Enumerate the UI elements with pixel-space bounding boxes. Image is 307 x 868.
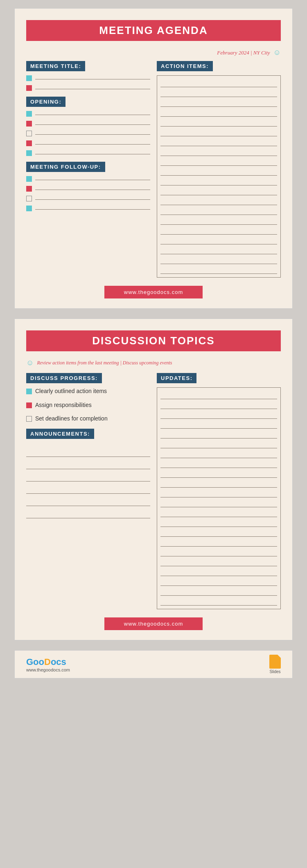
discuss-items-list: Clearly outlined action items Assign res… bbox=[26, 387, 150, 423]
discuss-two-col: DISCUSS PROGRESS: Clearly outlined actio… bbox=[26, 373, 281, 609]
line-item bbox=[35, 209, 150, 210]
line-row bbox=[160, 577, 277, 586]
line-row bbox=[160, 226, 277, 235]
logo-goo: Goo bbox=[26, 657, 44, 667]
announce-line bbox=[26, 495, 150, 506]
line-row bbox=[160, 390, 277, 399]
line-row bbox=[160, 508, 277, 517]
logo-ocs: ocs bbox=[51, 657, 66, 667]
list-item bbox=[26, 121, 150, 127]
line-row bbox=[160, 157, 277, 166]
item-text: Clearly outlined action items bbox=[35, 387, 107, 396]
page1-title: MEETING AGENDA bbox=[26, 20, 281, 41]
checkbox-teal[interactable] bbox=[26, 75, 32, 81]
list-item bbox=[26, 140, 150, 146]
checkbox-red[interactable] bbox=[26, 402, 32, 408]
opening-list bbox=[26, 111, 150, 156]
line-row bbox=[160, 78, 277, 87]
meeting-title-list bbox=[26, 75, 150, 91]
line-row bbox=[160, 216, 277, 225]
checkbox-red[interactable] bbox=[26, 85, 32, 91]
checkbox-teal[interactable] bbox=[26, 150, 32, 156]
line-item bbox=[35, 154, 150, 154]
line-row bbox=[160, 265, 277, 274]
checkbox-red[interactable] bbox=[26, 140, 32, 146]
meeting-agenda-page: MEETING AGENDA February 2024 | NY City ☺… bbox=[14, 8, 293, 309]
list-item: Assign responsibilities bbox=[26, 401, 150, 409]
line-item bbox=[35, 180, 150, 180]
line-row bbox=[160, 235, 277, 244]
announce-area bbox=[26, 446, 150, 518]
meta-subtitle: Review action items from the last meetin… bbox=[37, 360, 172, 366]
line-row bbox=[160, 108, 277, 117]
announce-line bbox=[26, 508, 150, 518]
brand-info: GooDocs www.thegoodocs.com bbox=[26, 657, 70, 672]
discuss-header: DISCUSS PROGRESS: bbox=[26, 373, 102, 383]
discuss-right-col: UPDATES: bbox=[157, 373, 281, 609]
line-row bbox=[160, 587, 277, 596]
follow-up-list bbox=[26, 176, 150, 211]
line-row bbox=[160, 98, 277, 107]
list-item bbox=[26, 186, 150, 192]
line-row bbox=[160, 196, 277, 205]
checkbox-red[interactable] bbox=[26, 121, 32, 127]
checkbox-red[interactable] bbox=[26, 186, 32, 192]
list-item bbox=[26, 206, 150, 211]
line-row bbox=[160, 137, 277, 146]
list-item bbox=[26, 196, 150, 201]
list-item bbox=[26, 176, 150, 182]
line-row bbox=[160, 410, 277, 419]
list-item bbox=[26, 150, 150, 156]
line-row bbox=[160, 118, 277, 127]
line-item bbox=[35, 199, 150, 200]
line-item bbox=[35, 124, 150, 125]
checkbox-teal[interactable] bbox=[26, 206, 32, 211]
item-text: Assign responsibilities bbox=[35, 401, 92, 409]
checkbox-teal[interactable] bbox=[26, 176, 32, 182]
line-row bbox=[160, 88, 277, 97]
line-row bbox=[160, 127, 277, 136]
follow-up-header: MEETING FOLLOW-UP: bbox=[26, 162, 105, 172]
slides-rect bbox=[269, 655, 281, 669]
list-item bbox=[26, 85, 150, 91]
slides-label: Slides bbox=[269, 669, 280, 674]
checkbox-white[interactable] bbox=[26, 196, 32, 201]
line-row bbox=[160, 498, 277, 507]
brand-logo: GooDocs bbox=[26, 657, 70, 667]
line-row bbox=[160, 528, 277, 537]
line-item bbox=[35, 79, 150, 79]
line-row bbox=[160, 538, 277, 547]
line-item bbox=[35, 144, 150, 145]
left-column: MEETING TITLE: OPENING: bbox=[26, 61, 150, 278]
line-row bbox=[160, 255, 277, 264]
line-row bbox=[160, 176, 277, 185]
line-row bbox=[160, 547, 277, 556]
opening-header: OPENING: bbox=[26, 97, 65, 107]
list-item: Set deadlines for completion bbox=[26, 415, 150, 423]
right-column: ACTION ITEMS: bbox=[157, 61, 281, 278]
announce-line bbox=[26, 483, 150, 494]
brand-url: www.thegoodocs.com bbox=[26, 667, 70, 672]
announce-line bbox=[26, 446, 150, 457]
line-item bbox=[35, 115, 150, 115]
smiley-icon: ☺ bbox=[26, 359, 34, 367]
line-row bbox=[160, 597, 277, 606]
line-row bbox=[160, 400, 277, 409]
list-item bbox=[26, 75, 150, 81]
checkbox-teal[interactable] bbox=[26, 389, 32, 394]
line-row bbox=[160, 488, 277, 497]
footer-url: www.thegoodocs.com bbox=[104, 286, 203, 298]
checkbox-white[interactable] bbox=[26, 131, 32, 136]
checkbox-white[interactable] bbox=[26, 416, 32, 422]
line-row bbox=[160, 186, 277, 195]
meta-row: February 2024 | NY City ☺ bbox=[26, 48, 281, 57]
item-text: Set deadlines for completion bbox=[35, 415, 108, 423]
announce-line bbox=[26, 459, 150, 469]
discuss-meta: ☺ Review action items from the last meet… bbox=[26, 359, 281, 367]
line-row bbox=[160, 429, 277, 439]
line-row bbox=[160, 439, 277, 448]
discussion-topics-page: DISCUSSION TOPICS ☺ Review action items … bbox=[14, 319, 293, 640]
line-row bbox=[160, 459, 277, 468]
action-items-header: ACTION ITEMS: bbox=[157, 61, 213, 71]
checkbox-teal[interactable] bbox=[26, 111, 32, 117]
